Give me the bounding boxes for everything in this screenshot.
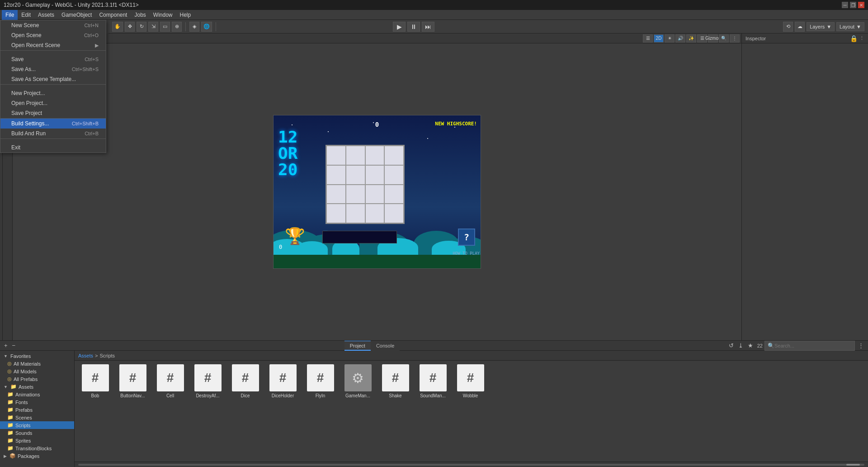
menu-new-project[interactable]: New Project... [0, 88, 106, 98]
more-options-button[interactable]: ⋮ [857, 342, 865, 349]
shake-icon: # [382, 364, 409, 391]
menu-build-and-run[interactable]: Build And RunCtrl+B [0, 129, 106, 138]
search-scene-btn[interactable]: 🔍 [719, 34, 729, 43]
light-toggle[interactable]: ☀ [665, 34, 675, 43]
menu-file[interactable]: File [2, 10, 18, 20]
gc13 [326, 204, 346, 223]
menu-save-as[interactable]: Save As...Ctrl+Shift+S [0, 64, 106, 74]
rect-tool-button[interactable]: ▭ [160, 22, 170, 32]
asset-diceholder[interactable]: # DiceHolder [266, 364, 300, 398]
history-button[interactable]: ⟲ [783, 22, 793, 32]
asset-gameman[interactable]: ⚙ GameMan... [341, 364, 375, 398]
all-materials-item[interactable]: ◎ All Materials [0, 360, 74, 367]
menu-new-scene[interactable]: New SceneCtrl+N [0, 20, 106, 30]
packages-folder-icon: 📦 [9, 453, 16, 459]
menu-save[interactable]: SaveCtrl+S [0, 54, 106, 64]
asset-bob[interactable]: # Bob [78, 364, 112, 398]
asset-wobble[interactable]: # Wobble [453, 364, 487, 398]
asset-soundman[interactable]: # SoundMan... [416, 364, 450, 398]
asset-shake[interactable]: # Shake [378, 364, 412, 398]
step-button[interactable]: ⏭ [422, 22, 434, 32]
rotate-tool-button[interactable]: ↻ [137, 22, 146, 32]
minimize-button[interactable]: ─ [842, 2, 848, 8]
layout-dropdown[interactable]: Layout ▼ [836, 22, 864, 31]
scale-tool-button[interactable]: ⇲ [148, 22, 158, 32]
breadcrumb-assets[interactable]: Assets [78, 353, 93, 358]
menu-edit[interactable]: Edit [18, 10, 34, 20]
animations-folder[interactable]: 📁 Animations [0, 391, 74, 398]
bob-label: Bob [91, 393, 99, 398]
tab-console[interactable]: Console [371, 341, 400, 351]
subtract-asset-button[interactable]: − [11, 342, 17, 349]
save-layout-button[interactable]: ⤓ [737, 342, 745, 349]
score-counter: 0 [279, 244, 282, 250]
search-input[interactable] [774, 343, 852, 348]
audio-toggle[interactable]: 🔊 [675, 34, 685, 43]
menu-jobs[interactable]: Jobs [131, 10, 149, 20]
scroll-thumb[interactable] [846, 464, 860, 466]
menu-gameobject[interactable]: GameObject [58, 10, 95, 20]
move-tool-button[interactable]: ✥ [125, 22, 135, 32]
breadcrumb-scripts[interactable]: Scripts [99, 353, 115, 358]
prefabs-folder[interactable]: 📁 Prefabs [0, 406, 74, 414]
inspector-menu-icon[interactable]: ⋮ [859, 35, 864, 41]
menu-open-project[interactable]: Open Project... [0, 98, 106, 108]
scene-more-btn[interactable]: ⋮ [730, 34, 740, 43]
inspector-header: Inspector 🔒 ⋮ [742, 33, 868, 43]
2d-toggle[interactable]: 2D [654, 34, 664, 43]
refresh-button[interactable]: ↺ [727, 342, 735, 349]
fonts-folder[interactable]: 📁 Fonts [0, 398, 74, 406]
buttonnav-hash-icon: # [129, 371, 137, 385]
scenes-folder[interactable]: 📁 Scenes [0, 414, 74, 421]
menu-save-as-scene-template[interactable]: Save As Scene Template... [0, 74, 106, 84]
scripts-folder[interactable]: 📁 Scripts [0, 421, 74, 429]
sprites-folder[interactable]: 📁 Sprites [0, 437, 74, 444]
animations-label: Animations [15, 392, 40, 397]
menu-build-settings[interactable]: Build Settings...Ctrl+Shift+B [0, 118, 106, 129]
global-button[interactable]: 🌐 [201, 22, 212, 32]
hand-tool-button[interactable]: ✋ [112, 22, 123, 32]
search-bar[interactable]: 🔍 [764, 341, 855, 351]
soundman-hash-icon: # [429, 371, 437, 385]
transform-tool-button[interactable]: ⊕ [172, 22, 182, 32]
menu-help[interactable]: Help [176, 10, 195, 20]
close-button[interactable]: ✕ [858, 2, 864, 8]
packages-section[interactable]: ▶ 📦 Packages [0, 452, 74, 460]
assets-section[interactable]: ▼ 📁 Assets [0, 383, 74, 391]
menu-save-project[interactable]: Save Project [0, 108, 106, 118]
inspector-lock-icon[interactable]: 🔒 [850, 35, 858, 42]
asset-cell[interactable]: # Cell [153, 364, 187, 398]
pause-button[interactable]: ⏸ [407, 22, 420, 32]
star-button[interactable]: ★ [746, 342, 755, 349]
favorites-section[interactable]: ▼ Favorites [0, 353, 74, 360]
all-models-item[interactable]: ◎ All Models [0, 367, 74, 375]
howtoplay-button[interactable]: ? [458, 229, 475, 246]
fx-toggle[interactable]: ✨ [686, 34, 696, 43]
sounds-folder[interactable]: 📁 Sounds [0, 429, 74, 437]
menu-open-scene[interactable]: Open SceneCtrl+O [0, 30, 106, 40]
asset-dice[interactable]: # Dice [228, 364, 262, 398]
all-prefabs-item[interactable]: ◎ All Prefabs [0, 375, 74, 383]
layers-dropdown[interactable]: Layers ▼ [807, 22, 835, 31]
menu-assets[interactable]: Assets [34, 10, 58, 20]
all-models-icon: ◎ [7, 368, 12, 374]
menu-window[interactable]: Window [150, 10, 176, 20]
play-button[interactable]: ▶ [393, 22, 406, 32]
scene-option-btn1[interactable]: ☰ [643, 34, 653, 43]
menu-component[interactable]: Component [95, 10, 131, 20]
cloud-button[interactable]: ☁ [795, 22, 805, 32]
add-asset-button[interactable]: + [3, 342, 9, 349]
transitionblocks-folder[interactable]: 📁 TransitionBlocks [0, 444, 74, 452]
dice-label: Dice [241, 393, 250, 398]
asset-destroyaf[interactable]: # DestroyAf... [191, 364, 225, 398]
restore-button[interactable]: ❐ [850, 2, 856, 8]
gizmos-btn[interactable]: Gizmos [708, 34, 718, 43]
asset-flyin[interactable]: # FlyIn [303, 364, 337, 398]
menu-exit[interactable]: Exit [0, 143, 106, 152]
menu-open-recent-scene[interactable]: Open Recent Scene▶ [0, 40, 106, 50]
asset-buttonnav[interactable]: # ButtonNav... [116, 364, 150, 398]
pivot-button[interactable]: ◈ [189, 22, 199, 32]
scroll-bar[interactable] [75, 462, 868, 467]
tab-project[interactable]: Project [344, 341, 371, 351]
highscore-display: NEW HIGHSCORE! [435, 121, 477, 127]
